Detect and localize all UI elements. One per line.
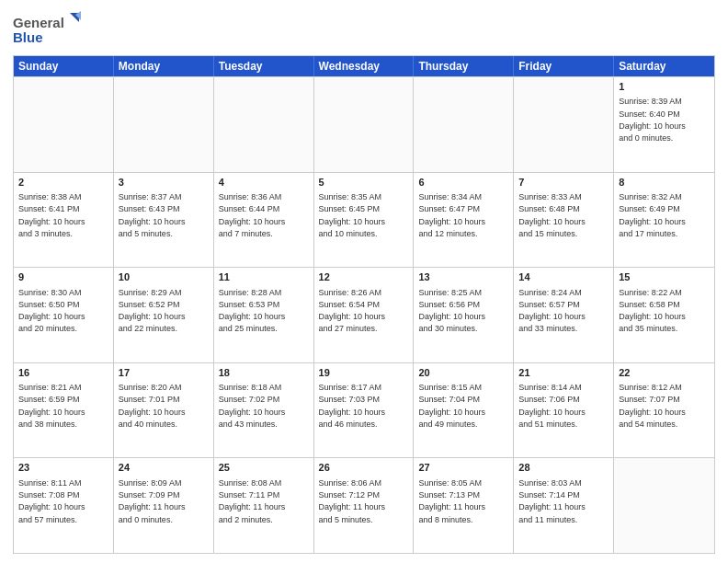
day-info: Sunrise: 8:05 AM Sunset: 7:13 PM Dayligh… — [418, 478, 485, 524]
day-info: Sunrise: 8:26 AM Sunset: 6:54 PM Dayligh… — [319, 288, 386, 334]
day-number: 19 — [319, 366, 409, 380]
day-number: 2 — [18, 176, 108, 190]
weekday-header-thursday: Thursday — [414, 56, 514, 76]
day-info: Sunrise: 8:15 AM Sunset: 7:04 PM Dayligh… — [418, 383, 485, 429]
empty-cell — [314, 77, 415, 172]
calendar-row-3: 9Sunrise: 8:30 AM Sunset: 6:50 PM Daylig… — [14, 267, 714, 362]
empty-cell — [214, 77, 314, 172]
day-cell-9: 9Sunrise: 8:30 AM Sunset: 6:50 PM Daylig… — [14, 268, 114, 362]
day-cell-11: 11Sunrise: 8:28 AM Sunset: 6:53 PM Dayli… — [214, 268, 314, 362]
day-number: 26 — [319, 461, 409, 475]
day-info: Sunrise: 8:03 AM Sunset: 7:14 PM Dayligh… — [518, 478, 586, 524]
day-number: 10 — [119, 270, 209, 284]
day-info: Sunrise: 8:38 AM Sunset: 6:41 PM Dayligh… — [18, 192, 85, 238]
day-cell-6: 6Sunrise: 8:34 AM Sunset: 6:47 PM Daylig… — [414, 173, 514, 268]
header: General Blue — [13, 11, 715, 48]
day-cell-24: 24Sunrise: 8:09 AM Sunset: 7:09 PM Dayli… — [114, 458, 214, 553]
day-number: 8 — [619, 176, 710, 190]
day-cell-19: 19Sunrise: 8:17 AM Sunset: 7:03 PM Dayli… — [314, 363, 415, 458]
calendar-row-1: 1Sunrise: 8:39 AM Sunset: 6:40 PM Daylig… — [14, 76, 714, 172]
day-number: 4 — [219, 176, 309, 190]
calendar-row-2: 2Sunrise: 8:38 AM Sunset: 6:41 PM Daylig… — [14, 172, 714, 268]
day-info: Sunrise: 8:39 AM Sunset: 6:40 PM Dayligh… — [619, 97, 686, 143]
day-cell-8: 8Sunrise: 8:32 AM Sunset: 6:49 PM Daylig… — [614, 173, 714, 268]
empty-cell — [114, 77, 214, 172]
day-number: 25 — [219, 461, 309, 475]
day-number: 28 — [518, 461, 609, 475]
day-cell-26: 26Sunrise: 8:06 AM Sunset: 7:12 PM Dayli… — [314, 458, 415, 553]
calendar-header: SundayMondayTuesdayWednesdayThursdayFrid… — [14, 56, 714, 76]
day-number: 21 — [518, 366, 609, 380]
day-cell-5: 5Sunrise: 8:35 AM Sunset: 6:45 PM Daylig… — [314, 173, 415, 268]
day-info: Sunrise: 8:17 AM Sunset: 7:03 PM Dayligh… — [319, 383, 386, 429]
weekday-header-wednesday: Wednesday — [314, 56, 415, 76]
weekday-header-sunday: Sunday — [14, 56, 114, 76]
calendar-row-4: 16Sunrise: 8:21 AM Sunset: 6:59 PM Dayli… — [14, 362, 714, 458]
day-number: 5 — [319, 176, 409, 190]
day-info: Sunrise: 8:08 AM Sunset: 7:11 PM Dayligh… — [219, 478, 286, 524]
day-cell-10: 10Sunrise: 8:29 AM Sunset: 6:52 PM Dayli… — [114, 268, 214, 362]
day-number: 15 — [619, 270, 710, 284]
calendar-row-5: 23Sunrise: 8:11 AM Sunset: 7:08 PM Dayli… — [14, 457, 714, 553]
day-number: 6 — [418, 176, 508, 190]
day-cell-21: 21Sunrise: 8:14 AM Sunset: 7:06 PM Dayli… — [514, 363, 614, 458]
day-number: 14 — [518, 270, 609, 284]
day-cell-12: 12Sunrise: 8:26 AM Sunset: 6:54 PM Dayli… — [314, 268, 415, 362]
day-info: Sunrise: 8:09 AM Sunset: 7:09 PM Dayligh… — [119, 478, 186, 524]
day-cell-3: 3Sunrise: 8:37 AM Sunset: 6:43 PM Daylig… — [114, 173, 214, 268]
day-cell-18: 18Sunrise: 8:18 AM Sunset: 7:02 PM Dayli… — [214, 363, 314, 458]
day-info: Sunrise: 8:34 AM Sunset: 6:47 PM Dayligh… — [418, 192, 485, 238]
day-cell-13: 13Sunrise: 8:25 AM Sunset: 6:56 PM Dayli… — [414, 268, 514, 362]
day-cell-22: 22Sunrise: 8:12 AM Sunset: 7:07 PM Dayli… — [614, 363, 714, 458]
svg-text:Blue: Blue — [13, 29, 43, 45]
day-cell-28: 28Sunrise: 8:03 AM Sunset: 7:14 PM Dayli… — [514, 458, 614, 553]
day-info: Sunrise: 8:11 AM Sunset: 7:08 PM Dayligh… — [18, 478, 85, 524]
empty-cell — [614, 458, 714, 553]
svg-text:General: General — [13, 15, 64, 30]
day-info: Sunrise: 8:36 AM Sunset: 6:44 PM Dayligh… — [219, 192, 286, 238]
day-number: 23 — [18, 461, 108, 475]
day-info: Sunrise: 8:37 AM Sunset: 6:43 PM Dayligh… — [119, 192, 186, 238]
day-info: Sunrise: 8:21 AM Sunset: 6:59 PM Dayligh… — [18, 383, 85, 429]
day-cell-14: 14Sunrise: 8:24 AM Sunset: 6:57 PM Dayli… — [514, 268, 614, 362]
day-info: Sunrise: 8:18 AM Sunset: 7:02 PM Dayligh… — [219, 383, 286, 429]
day-number: 12 — [319, 270, 409, 284]
day-info: Sunrise: 8:29 AM Sunset: 6:52 PM Dayligh… — [119, 288, 186, 334]
day-cell-7: 7Sunrise: 8:33 AM Sunset: 6:48 PM Daylig… — [514, 173, 614, 268]
day-cell-1: 1Sunrise: 8:39 AM Sunset: 6:40 PM Daylig… — [614, 77, 714, 172]
day-info: Sunrise: 8:12 AM Sunset: 7:07 PM Dayligh… — [619, 383, 686, 429]
day-cell-27: 27Sunrise: 8:05 AM Sunset: 7:13 PM Dayli… — [414, 458, 514, 553]
logo-svg: General Blue — [13, 11, 86, 48]
weekday-header-saturday: Saturday — [614, 56, 714, 76]
day-info: Sunrise: 8:35 AM Sunset: 6:45 PM Dayligh… — [319, 192, 386, 238]
day-number: 7 — [518, 176, 609, 190]
empty-cell — [414, 77, 514, 172]
day-number: 18 — [219, 366, 309, 380]
day-number: 13 — [418, 270, 508, 284]
day-info: Sunrise: 8:25 AM Sunset: 6:56 PM Dayligh… — [418, 288, 485, 334]
day-number: 11 — [219, 270, 309, 284]
day-number: 17 — [119, 366, 209, 380]
day-info: Sunrise: 8:24 AM Sunset: 6:57 PM Dayligh… — [518, 288, 586, 334]
empty-cell — [14, 77, 114, 172]
day-info: Sunrise: 8:14 AM Sunset: 7:06 PM Dayligh… — [518, 383, 586, 429]
day-cell-16: 16Sunrise: 8:21 AM Sunset: 6:59 PM Dayli… — [14, 363, 114, 458]
day-cell-17: 17Sunrise: 8:20 AM Sunset: 7:01 PM Dayli… — [114, 363, 214, 458]
weekday-header-monday: Monday — [114, 56, 214, 76]
day-number: 16 — [18, 366, 108, 380]
day-number: 3 — [119, 176, 209, 190]
weekday-header-tuesday: Tuesday — [214, 56, 314, 76]
weekday-header-friday: Friday — [514, 56, 614, 76]
day-info: Sunrise: 8:28 AM Sunset: 6:53 PM Dayligh… — [219, 288, 286, 334]
day-info: Sunrise: 8:20 AM Sunset: 7:01 PM Dayligh… — [119, 383, 186, 429]
calendar: SundayMondayTuesdayWednesdayThursdayFrid… — [13, 55, 715, 554]
day-number: 22 — [619, 366, 710, 380]
day-number: 20 — [418, 366, 508, 380]
day-info: Sunrise: 8:30 AM Sunset: 6:50 PM Dayligh… — [18, 288, 85, 334]
day-cell-15: 15Sunrise: 8:22 AM Sunset: 6:58 PM Dayli… — [614, 268, 714, 362]
day-info: Sunrise: 8:22 AM Sunset: 6:58 PM Dayligh… — [619, 288, 686, 334]
day-cell-2: 2Sunrise: 8:38 AM Sunset: 6:41 PM Daylig… — [14, 173, 114, 268]
day-number: 27 — [418, 461, 508, 475]
logo: General Blue — [13, 11, 86, 48]
empty-cell — [514, 77, 614, 172]
